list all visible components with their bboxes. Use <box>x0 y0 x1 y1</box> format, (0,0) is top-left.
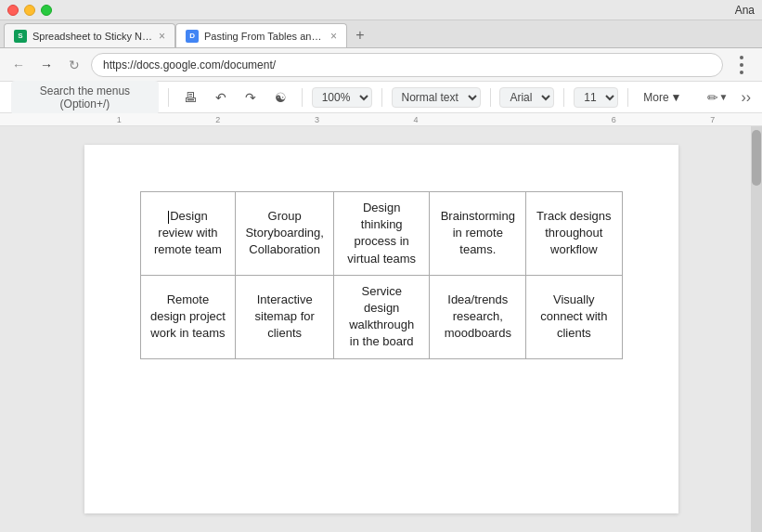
scrollbar-thumb[interactable] <box>752 130 761 186</box>
ruler-mark-2: 2 <box>169 115 268 124</box>
table-cell[interactable]: Group Storyboarding, Collaboration <box>236 192 334 276</box>
table-cell[interactable]: Remote design project work in teams <box>140 275 236 358</box>
pencil-dropdown-icon: ▼ <box>718 92 728 102</box>
ruler-mark-4: 4 <box>367 115 466 124</box>
toolbar-separator-4 <box>490 88 491 107</box>
user-name: Ana <box>735 4 755 17</box>
ruler-numbers: 1 2 3 4 6 7 <box>0 115 762 124</box>
ruler: 1 2 3 4 6 7 <box>0 113 762 126</box>
ruler-mark-7: 7 <box>663 115 762 124</box>
menu-dot-2 <box>740 63 743 67</box>
address-bar: ← → ↻ https://docs.google.com/document/ <box>0 48 762 82</box>
pencil-icon: ✏ <box>707 90 718 105</box>
print-icon: 🖶 <box>184 90 197 105</box>
url-text: https://docs.google.com/document/ <box>103 58 276 71</box>
back-button[interactable]: ← <box>7 54 30 76</box>
undo-icon: ↶ <box>215 90 226 105</box>
tab-spreadsheet-close[interactable]: × <box>159 30 165 43</box>
scrollbar-right[interactable] <box>751 126 762 532</box>
ruler-mark-5 <box>465 115 564 124</box>
ruler-mark-6: 6 <box>564 115 664 124</box>
more-button[interactable]: More ▼ <box>638 89 687 106</box>
table-cell[interactable]: Design thinking process in virtual teams <box>333 192 429 276</box>
sheets-favicon-icon: S <box>14 30 27 43</box>
reload-button[interactable]: ↻ <box>63 54 85 76</box>
tab-pasting-label: Pasting From Tables and S… <box>204 31 325 42</box>
tab-spreadsheet-label: Spreadsheet to Sticky Not… <box>32 31 153 42</box>
more-label: More <box>643 91 668 104</box>
document-page[interactable]: Design review with remote teamGroup Stor… <box>84 145 678 513</box>
ruler-mark-1: 1 <box>70 115 169 124</box>
paint-format-button[interactable]: ☯ <box>269 88 292 107</box>
text-cursor <box>168 211 169 224</box>
table-cell[interactable]: Idea/trends research, moodboards <box>430 275 526 358</box>
toolbar-separator-1 <box>168 88 169 107</box>
menu-dot-1 <box>740 56 743 59</box>
expand-toolbar-button[interactable]: ›› <box>741 89 751 106</box>
more-chevron-icon: ▼ <box>671 91 682 104</box>
toolbar-separator-2 <box>302 88 303 107</box>
edit-pencil-button[interactable]: ✏ ▼ <box>702 88 733 107</box>
font-select[interactable]: Arial <box>499 87 554 108</box>
table-cell[interactable]: Visually connect with clients <box>526 275 622 358</box>
document-area: Design review with remote teamGroup Stor… <box>0 126 762 532</box>
print-button[interactable]: 🖶 <box>178 88 202 107</box>
redo-icon: ↷ <box>245 90 256 105</box>
size-select[interactable]: 11 <box>574 87 618 108</box>
new-tab-button[interactable]: + <box>347 23 373 47</box>
zoom-select[interactable]: 100% <box>312 87 372 108</box>
minimize-button[interactable] <box>24 5 35 16</box>
toolbar: Search the menus (Option+/) 🖶 ↶ ↷ ☯ 100%… <box>0 82 762 113</box>
table-cell[interactable]: Track designs throughout workflow <box>526 192 622 276</box>
content-table: Design review with remote teamGroup Stor… <box>140 191 623 359</box>
search-menus-button[interactable]: Search the menus (Option+/) <box>11 81 159 114</box>
redo-button[interactable]: ↷ <box>239 88 262 107</box>
url-bar[interactable]: https://docs.google.com/document/ <box>91 53 723 77</box>
tab-bar: S Spreadsheet to Sticky Not… × D Pasting… <box>0 20 762 48</box>
tab-pasting[interactable]: D Pasting From Tables and S… × <box>175 23 347 47</box>
traffic-lights <box>7 5 52 16</box>
close-button[interactable] <box>7 5 19 16</box>
menu-dot-3 <box>740 71 743 74</box>
toolbar-separator-3 <box>381 88 382 107</box>
tab-spreadsheet[interactable]: S Spreadsheet to Sticky Not… × <box>4 23 175 47</box>
undo-button[interactable]: ↶ <box>210 88 232 107</box>
toolbar-separator-6 <box>627 88 628 107</box>
paint-format-icon: ☯ <box>275 90 287 105</box>
ruler-mark-3: 3 <box>267 115 367 124</box>
docs-favicon-icon: D <box>186 30 199 43</box>
table-cell[interactable]: Design review with remote team <box>140 192 236 276</box>
chrome-menu-button[interactable] <box>729 52 755 78</box>
table-cell[interactable]: Interactive sitemap for clients <box>236 275 334 358</box>
table-cell[interactable]: Brainstorming in remote teams. <box>430 192 526 276</box>
style-select[interactable]: Normal text <box>392 87 481 108</box>
toolbar-separator-5 <box>563 88 564 107</box>
title-bar: Ana <box>0 0 762 20</box>
forward-button[interactable]: → <box>35 54 58 76</box>
fullscreen-button[interactable] <box>41 5 52 16</box>
table-cell[interactable]: Service design walkthrough in the board <box>333 275 429 358</box>
tab-pasting-close[interactable]: × <box>330 30 337 43</box>
